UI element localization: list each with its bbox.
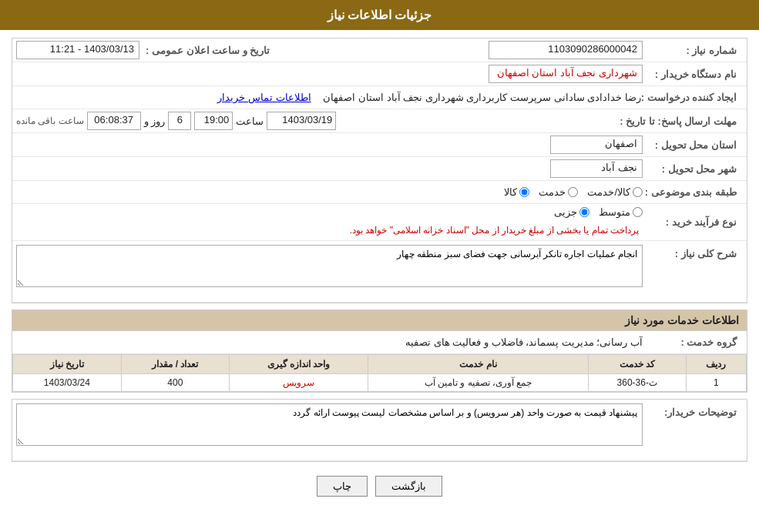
radio-jozi-item: جزیی — [554, 206, 589, 218]
row-name: جمع آوری، تصفیه و تامین آب — [368, 374, 589, 392]
ostan-row: استان محل تحویل : اصفهان — [12, 133, 747, 157]
shomare-value-cell: 1103090286000042 — [276, 41, 643, 59]
main-content: شماره نیاز : 1103090286000042 تاریخ و سا… — [0, 30, 759, 512]
mohlat-roz-label: روز و — [144, 115, 166, 127]
noe-farayand-value-cell: متوسط جزیی پرداخت تمام یا بخشی از مبلغ خ… — [16, 206, 643, 238]
tabaghe-value-cell: کالا/خدمت خدمت کالا — [16, 186, 643, 198]
row-tedad: 400 — [121, 374, 230, 392]
form-section: شماره نیاز : 1103090286000042 تاریخ و سا… — [12, 38, 747, 303]
mohlat-roz[interactable]: 6 — [168, 112, 191, 130]
noe-farayand-row: نوع فرآیند خرید : متوسط جزیی پرداخت تمام… — [12, 204, 747, 241]
radio-kala[interactable] — [519, 187, 529, 197]
nam-dastgah-row: نام دستگاه خریدار : شهرداری نجف آباد است… — [12, 62, 747, 86]
ijad-konande-text: رضا خدادادی سادانی سرپرست کاربرداری شهرد… — [323, 92, 641, 103]
radio-motavasset-label: متوسط — [599, 206, 630, 218]
grohe-label: گروه خدمت : — [643, 336, 743, 348]
col-tarikh: تاریخ نیاز — [13, 355, 122, 374]
shahr-input[interactable]: نجف آباد — [550, 159, 643, 178]
tosihaat-section: توضیحات خریدار: — [12, 399, 747, 462]
row-tarikh: 1403/03/24 — [13, 374, 122, 392]
sharh-textarea[interactable] — [16, 245, 643, 287]
col-tedad: تعداد / مقدار — [121, 355, 230, 374]
khadamat-table: ردیف کد خدمت نام خدمت واحد اندازه گیری ت… — [12, 354, 747, 392]
tosihaat-textarea[interactable] — [16, 403, 643, 446]
row-vahed: سرویس — [230, 374, 368, 392]
col-radif: ردیف — [686, 355, 746, 374]
ijad-konande-link[interactable]: اطلاعات تماس خریدار — [217, 92, 311, 103]
shahr-row: شهر محل تحویل : نجف آباد — [12, 157, 747, 181]
mohlat-baghimande[interactable]: 06:08:37 — [87, 112, 141, 130]
radio-jozi-label: جزیی — [554, 206, 577, 218]
ijad-konande-row: ایجاد کننده درخواست : رضا خدادادی سادانی… — [12, 86, 747, 109]
row-radif: 1 — [686, 374, 746, 392]
radio-kala-khedmat[interactable] — [633, 187, 643, 197]
grohe-row: گروه خدمت : آب رسانی؛ مدیریت پسماند، فاض… — [12, 331, 747, 354]
nam-dastgah-label: نام دستگاه خریدار : — [643, 69, 743, 80]
radio-kala-khedmat-item: کالا/خدمت — [587, 186, 643, 198]
mohlat-row: مهلت ارسال پاسخ: تا تاریخ : 1403/03/19 س… — [12, 109, 747, 133]
col-name: نام خدمت — [368, 355, 589, 374]
radio-motavasset-item: متوسط — [599, 206, 643, 218]
shahr-value-cell: نجف آباد — [16, 159, 643, 178]
radio-kala-khedmat-label: کالا/خدمت — [587, 186, 630, 198]
tosihaat-value-cell — [16, 403, 643, 448]
tosihaat-label: توضیحات خریدار: — [643, 403, 743, 418]
nam-dastgah-input[interactable]: شهرداری نجف آباد استان اصفهان — [489, 65, 643, 83]
table-row: 1 ث-36-360 جمع آوری، تصفیه و تامین آب سر… — [13, 374, 747, 392]
radio-khedmat-item: خدمت — [539, 186, 578, 198]
ijad-konande-value-cell: رضا خدادادی سادانی سرپرست کاربرداری شهرد… — [16, 92, 641, 103]
sharh-row: شرح کلی نیاز : — [12, 241, 747, 303]
shomare-tarikh-row: شماره نیاز : 1103090286000042 تاریخ و سا… — [12, 38, 747, 62]
radio-khedmat[interactable] — [568, 187, 578, 197]
khadamat-header: اطلاعات خدمات مورد نیاز — [12, 310, 747, 331]
page-header: جزئیات اطلاعات نیاز — [0, 0, 759, 30]
sharh-label: شرح کلی نیاز : — [643, 245, 743, 259]
tabaghe-label: طبقه بندی موضوعی : — [643, 186, 743, 198]
mohlat-label: مهلت ارسال پاسخ: تا تاریخ : — [620, 115, 743, 127]
shomare-label: شماره نیاز : — [643, 45, 743, 56]
page-title: جزئیات اطلاعات نیاز — [327, 8, 432, 22]
ijad-konande-label: ایجاد کننده درخواست : — [641, 92, 743, 103]
col-vahed: واحد اندازه گیری — [230, 355, 368, 374]
radio-kala-item: کالا — [504, 186, 529, 198]
shahr-label: شهر محل تحویل : — [643, 163, 743, 175]
noe-farayand-label: نوع فرآیند خرید : — [643, 216, 743, 228]
grohe-value: آب رسانی؛ مدیریت پسماند، فاضلاب و فعالیت… — [405, 336, 643, 348]
ostan-value-cell: اصفهان — [16, 136, 643, 154]
radio-motavasset[interactable] — [633, 207, 643, 217]
tarikh-label: تاریخ و ساعت اعلان عمومی : — [146, 45, 270, 56]
khadamat-section: اطلاعات خدمات مورد نیاز گروه خدمت : آب ر… — [12, 309, 747, 393]
radio-kala-label: کالا — [504, 186, 517, 198]
button-row: بازگشت چاپ — [12, 468, 747, 504]
noe-farayand-notice: پرداخت تمام یا بخشی از مبلغ خریدار از مح… — [16, 223, 643, 238]
mohlat-saat[interactable]: 19:00 — [194, 112, 233, 130]
ostan-input[interactable]: اصفهان — [550, 136, 643, 154]
sharh-value-cell — [16, 245, 643, 289]
page-wrapper: جزئیات اطلاعات نیاز شماره نیاز : 1103090… — [0, 0, 759, 532]
tosihaat-row: توضیحات خریدار: — [12, 400, 747, 461]
bazgasht-button[interactable]: بازگشت — [375, 476, 442, 497]
tabaghe-row: طبقه بندی موضوعی : کالا/خدمت خدمت کالا — [12, 181, 747, 204]
mohlat-baghimande-label: ساعت باقی مانده — [16, 115, 84, 126]
chap-button[interactable]: چاپ — [317, 476, 368, 497]
col-kod: کد خدمت — [588, 355, 686, 374]
ostan-label: استان محل تحویل : — [643, 139, 743, 151]
tarikh-input[interactable]: 1403/03/13 - 11:21 — [16, 41, 139, 59]
row-kod: ث-36-360 — [588, 374, 686, 392]
radio-jozi[interactable] — [579, 207, 589, 217]
nam-dastgah-value-cell: شهرداری نجف آباد استان اصفهان — [16, 65, 643, 83]
mohlat-date[interactable]: 1403/03/19 — [267, 112, 336, 130]
mohlat-saat-label: ساعت — [236, 115, 264, 127]
shomare-input[interactable]: 1103090286000042 — [489, 41, 643, 59]
radio-khedmat-label: خدمت — [539, 186, 566, 198]
mohlat-value-cell: 1403/03/19 ساعت 19:00 6 روز و 06:08:37 س… — [16, 112, 620, 130]
